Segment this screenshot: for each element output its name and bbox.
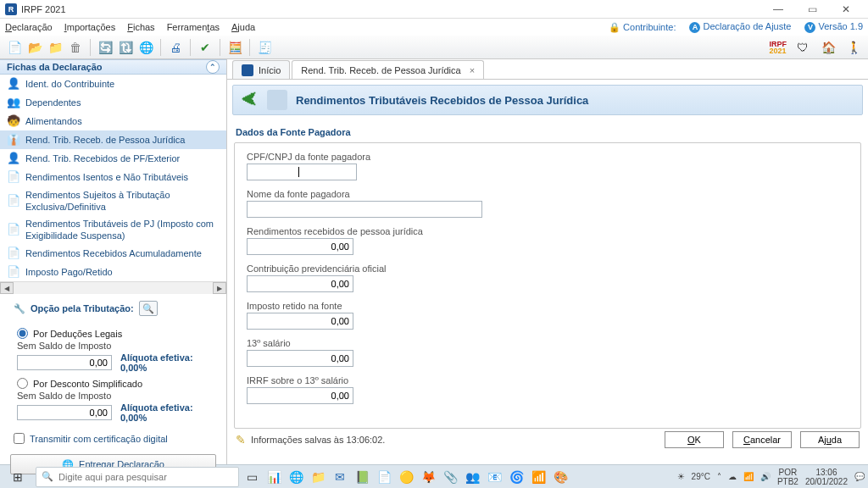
label-cpfcnpj: CPF/CNPJ da fonte pagadora (247, 152, 849, 162)
help-button[interactable]: Ajuda (800, 431, 860, 448)
weather-icon[interactable]: ☀ (677, 472, 685, 481)
menu-declaracao[interactable]: Declaração (5, 22, 53, 32)
paint-icon[interactable]: 🎨 (551, 468, 570, 486)
input-13[interactable] (247, 350, 353, 367)
page-header-icon (267, 90, 287, 110)
deducoes-subline: Sem Saldo de Imposto (17, 341, 220, 351)
app1-icon[interactable]: 📊 (264, 468, 283, 486)
lang-indicator[interactable]: PORPTB2 (777, 468, 798, 486)
input-cpfcnpj[interactable] (247, 164, 357, 180)
label-rendimentos: Rendimentos recebidos de pessoa jurídica (247, 226, 849, 236)
input-nome[interactable] (247, 201, 482, 218)
deducoes-valor-input[interactable] (17, 355, 112, 370)
deducoes-aliquota: Alíquota efetiva: 0,00% (120, 352, 220, 373)
print-icon[interactable]: 🖨 (166, 38, 185, 57)
sidebar-item-acumulado[interactable]: 📄Rendimentos Recebidos Acumuladamente (0, 244, 226, 263)
receipt-icon[interactable]: 🧾 (255, 38, 274, 57)
scroll-left-icon[interactable]: ◀ (0, 282, 14, 294)
sound-icon[interactable]: 🔊 (760, 472, 771, 481)
taskview-icon[interactable]: ▭ (242, 468, 261, 486)
sidebar-item-dependentes[interactable]: 👥Dependentes (0, 93, 226, 112)
sidebar-item-rend-pj[interactable]: 👔Rend. Trib. Receb. de Pessoa Jurídica (0, 130, 226, 149)
menu-fichas[interactable]: Fichas (127, 22, 154, 32)
input-irrf[interactable] (247, 313, 353, 330)
sidebar-item-alimentandos[interactable]: 🧒Alimentandos (0, 112, 226, 130)
chrome-icon[interactable]: 🟡 (397, 468, 415, 486)
simplificado-subline: Sem Saldo de Imposto (17, 391, 220, 401)
input-contrib[interactable] (247, 275, 353, 292)
mail-icon[interactable]: ✉ (331, 468, 349, 486)
teams-icon[interactable]: 👥 (463, 468, 481, 486)
tab-close-icon[interactable]: × (470, 65, 475, 75)
back-icon[interactable]: ⮜ (240, 91, 259, 109)
scroll-right-icon[interactable]: ▶ (213, 282, 226, 294)
minimize-button[interactable]: — (761, 1, 795, 18)
sidebar-item-exigib[interactable]: 📄Rendimentos Tributáveis de PJ (Imposto … (0, 215, 226, 244)
collapse-icon[interactable]: ⌃ (206, 60, 220, 74)
radio-simplificado[interactable] (17, 378, 28, 389)
tab-inicio[interactable]: Início (232, 60, 290, 79)
tray-chevron-icon[interactable]: ˄ (717, 472, 721, 481)
globe-icon[interactable]: 🌐 (136, 38, 155, 57)
close-button[interactable]: ✕ (829, 1, 863, 18)
home-toolbar-icon[interactable]: 🏠 (819, 38, 837, 57)
fichas-panel-header[interactable]: Fichas da Declaração ⌃ (0, 59, 226, 75)
office-icon[interactable]: 📎 (441, 468, 459, 486)
sidebar-item-imposto[interactable]: 📄Imposto Pago/Retido (0, 263, 226, 281)
simplificado-valor-input[interactable] (17, 405, 112, 420)
page-header: ⮜ Rendimentos Tributáveis Recebidos de P… (232, 85, 863, 115)
label-contrib: Contribuição previdenciária oficial (247, 263, 849, 274)
word-icon[interactable]: 📄 (375, 468, 393, 486)
close-doc-icon[interactable]: 📁 (46, 38, 64, 57)
sidebar-item-ident[interactable]: 👤Ident. do Contribuinte (0, 75, 226, 93)
info-text: Informações salvas às 13:06:02. (251, 435, 385, 445)
menu-ferramentas[interactable]: Ferramentas (167, 22, 220, 32)
sidebar-item-rend-pf[interactable]: 👤Rend. Trib. Recebidos de PF/Exterior (0, 149, 226, 168)
radio-deducoes[interactable] (17, 328, 28, 339)
outlook-icon[interactable]: 📧 (485, 468, 504, 486)
edge-icon[interactable]: 🌐 (287, 468, 305, 486)
delete-icon[interactable]: 🗑 (66, 38, 85, 57)
contribuinte-label: 🔒 Contribuinte: (609, 22, 676, 33)
firefox-icon[interactable]: 🦊 (419, 468, 437, 486)
tab-inicio-icon (242, 64, 253, 76)
clock[interactable]: 13:0620/01/2022 (805, 468, 848, 486)
sidebar-hscroll[interactable]: ◀ ▶ (0, 281, 226, 294)
new-icon[interactable]: 📄 (5, 38, 24, 57)
input-irrf13[interactable] (247, 387, 353, 404)
wifi-icon[interactable]: 📶 (743, 472, 754, 481)
import1-icon[interactable]: 🔄 (96, 38, 114, 57)
edge2-icon[interactable]: 🌀 (507, 468, 526, 486)
dados-fonte-form: CPF/CNPJ da fonte pagadora Nome da fonte… (234, 142, 861, 429)
opcao-search-button[interactable]: 🔍 (139, 301, 158, 316)
check-icon[interactable]: ✔ (196, 38, 214, 57)
maximize-button[interactable]: ▭ (795, 1, 829, 18)
open-icon[interactable]: 📂 (25, 38, 44, 57)
tab-rend-pj[interactable]: Rend. Trib. Receb. de Pessoa Jurídica× (292, 60, 484, 79)
label-nome: Nome da fonte pagadora (247, 189, 849, 199)
taskbar-search[interactable]: 🔍 Digite aqui para pesquisar (36, 467, 239, 487)
bar-icon[interactable]: 📶 (529, 468, 548, 486)
start-button[interactable]: ⊞ (3, 467, 32, 487)
ok-button[interactable]: OK (665, 431, 724, 448)
menubar: Declaração Importações Fichas Ferramenta… (0, 19, 868, 36)
shield-icon[interactable]: 🛡 (793, 38, 812, 57)
cloud-icon[interactable]: ☁ (728, 472, 737, 481)
np-icon[interactable]: 📗 (353, 468, 371, 486)
toolbar: 📄 📂 📁 🗑 🔄 🔃 🌐 🖨 ✔ 🧮 🧾 IRPF2021 🛡 🏠 🚶 (0, 36, 868, 59)
window-title: IRPF 2021 (21, 4, 66, 14)
menu-ajuda[interactable]: Ajuda (231, 22, 255, 32)
import2-icon[interactable]: 🔃 (116, 38, 135, 57)
menu-importacoes[interactable]: Importações (64, 22, 116, 32)
calc-icon[interactable]: 🧮 (225, 38, 244, 57)
versao-label: VVersão 1.9 (804, 21, 863, 33)
input-rendimentos[interactable] (247, 238, 353, 255)
sidebar-item-exclusiva[interactable]: 📄Rendimentos Sujeitos à Tributação Exclu… (0, 186, 226, 215)
explorer-icon[interactable]: 📁 (309, 468, 327, 486)
cert-digital-checkbox[interactable] (14, 433, 25, 444)
cancel-button[interactable]: Cancelar (732, 431, 792, 448)
notifications-icon[interactable]: 💬 (854, 472, 865, 481)
person-toolbar-icon[interactable]: 🚶 (844, 38, 863, 57)
label-irrf13: IRRF sobre o 13º salário (247, 375, 849, 385)
sidebar-item-isentos[interactable]: 📄Rendimentos Isentos e Não Tributáveis (0, 168, 226, 186)
